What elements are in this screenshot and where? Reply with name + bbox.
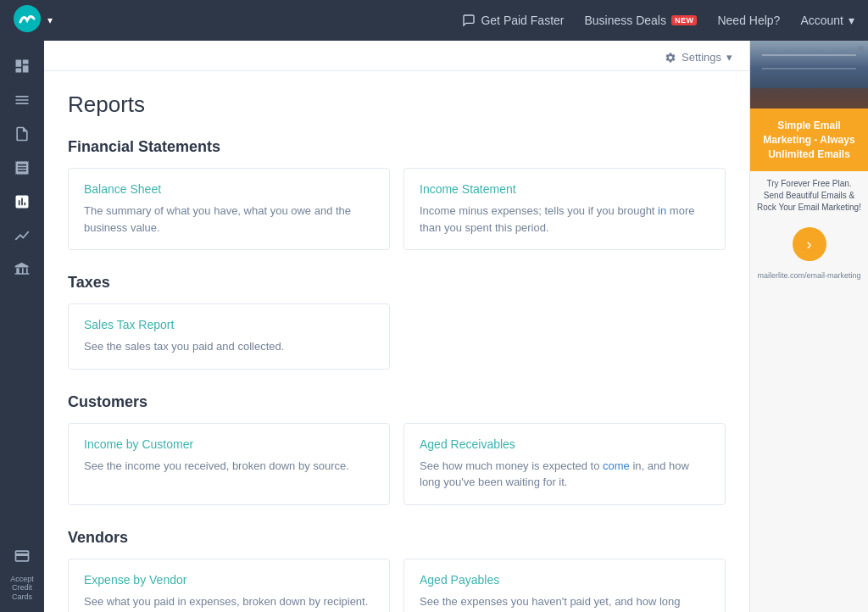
section-financial-statements: Financial Statements Balance Sheet The s…	[68, 138, 726, 250]
card-balance-sheet[interactable]: Balance Sheet The summary of what you ha…	[68, 168, 390, 250]
card-aged-payables[interactable]: Aged Payables See the expenses you haven…	[403, 559, 726, 613]
ad-image-inner	[750, 41, 868, 108]
sidebar-item-banking[interactable]	[5, 254, 39, 285]
ad-sidebar: ✕ Simple Email Marketing - Always Unlimi…	[749, 41, 868, 612]
sidebar: AcceptCreditCards	[0, 41, 44, 612]
top-nav-right: Get Paid Faster Business Deals NEW Need …	[462, 14, 854, 27]
expense-by-vendor-desc: See what you paid in expenses, broken do…	[84, 593, 374, 610]
section-taxes: Taxes Sales Tax Report See the sales tax…	[68, 274, 726, 370]
sidebar-item-invoices[interactable]	[5, 119, 39, 149]
new-badge: NEW	[671, 15, 698, 25]
card-income-by-customer[interactable]: Income by Customer See the income you re…	[68, 423, 390, 505]
sales-tax-report-desc: See the sales tax you paid and collected…	[84, 338, 374, 355]
ad-cta: ›	[757, 227, 861, 261]
expense-by-vendor-title[interactable]: Expense by Vendor	[84, 573, 374, 587]
balance-sheet-desc: The summary of what you have, what you o…	[84, 203, 374, 236]
card-expense-by-vendor[interactable]: Expense by Vendor See what you paid in e…	[68, 559, 390, 613]
ad-body-text: Try Forever Free Plan. Send Beautiful Em…	[750, 171, 868, 220]
sales-tax-report-title[interactable]: Sales Tax Report	[84, 318, 374, 331]
card-income-statement[interactable]: Income Statement Income minus expenses; …	[403, 168, 726, 250]
top-navigation: ▾ Get Paid Faster Business Deals NEW Nee…	[0, 0, 868, 41]
ad-cta-button[interactable]: ›	[793, 227, 826, 261]
reports-content: Reports Financial Statements Balance She…	[44, 71, 749, 612]
income-by-customer-desc: See the income you received, broken down…	[84, 458, 374, 475]
credit-cards-label: AcceptCreditCards	[7, 575, 37, 602]
ad-body: Simple Email Marketing - Always Unlimite…	[750, 108, 868, 171]
section-title-financial: Financial Statements	[68, 138, 726, 156]
ad-close-button[interactable]: ✕	[857, 44, 865, 53]
logo[interactable]	[14, 5, 41, 36]
aged-receivables-title[interactable]: Aged Receivables	[420, 437, 709, 451]
customers-cards-grid: Income by Customer See the income you re…	[68, 423, 726, 505]
need-help-nav[interactable]: Need Help?	[717, 14, 780, 27]
sidebar-item-chart[interactable]	[5, 220, 39, 251]
aged-payables-title[interactable]: Aged Payables	[420, 573, 709, 587]
ad-title: Simple Email Marketing - Always Unlimite…	[757, 119, 861, 161]
taxes-cards-grid: Sales Tax Report See the sales tax you p…	[68, 303, 726, 370]
settings-button[interactable]: Settings ▾	[665, 51, 732, 64]
section-customers: Customers Income by Customer See the inc…	[68, 393, 726, 505]
section-title-taxes: Taxes	[68, 274, 726, 292]
sidebar-item-receipts[interactable]	[5, 153, 39, 183]
sidebar-item-list[interactable]	[5, 85, 39, 115]
aged-receivables-desc: See how much money is expected to come i…	[420, 458, 709, 491]
balance-sheet-title[interactable]: Balance Sheet	[84, 182, 374, 196]
content-wrapper: Settings ▾ Reports Financial Statements …	[44, 41, 868, 612]
financial-cards-grid: Balance Sheet The summary of what you ha…	[68, 168, 726, 250]
sidebar-item-reports[interactable]	[5, 186, 39, 217]
company-dropdown[interactable]: ▾	[47, 14, 53, 26]
sidebar-item-dashboard[interactable]	[5, 51, 39, 81]
card-sales-tax-report[interactable]: Sales Tax Report See the sales tax you p…	[68, 303, 390, 370]
sidebar-bottom: AcceptCreditCards	[5, 541, 39, 602]
ad-image	[750, 41, 868, 108]
section-title-customers: Customers	[68, 393, 726, 411]
section-vendors: Vendors Expense by Vendor See what you p…	[68, 529, 726, 613]
main-layout: AcceptCreditCards Settings ▾ Reports Fin…	[0, 41, 868, 612]
vendors-cards-grid: Expense by Vendor See what you paid in e…	[68, 559, 726, 613]
income-statement-desc: Income minus expenses; tells you if you …	[420, 203, 709, 236]
ad-url[interactable]: mailerlite.com/email-marketing	[750, 268, 868, 287]
get-paid-faster-nav[interactable]: Get Paid Faster	[462, 14, 564, 27]
income-by-customer-title[interactable]: Income by Customer	[84, 437, 374, 451]
settings-bar: Settings ▾	[44, 41, 749, 71]
main-content: Settings ▾ Reports Financial Statements …	[44, 41, 749, 612]
sidebar-item-credit-cards[interactable]	[5, 541, 39, 571]
section-title-vendors: Vendors	[68, 529, 726, 547]
business-deals-nav[interactable]: Business Deals NEW	[584, 14, 697, 27]
account-nav[interactable]: Account ▾	[800, 14, 854, 27]
card-aged-receivables[interactable]: Aged Receivables See how much money is e…	[403, 423, 726, 505]
income-statement-title[interactable]: Income Statement	[420, 182, 709, 196]
aged-payables-desc: See the expenses you haven't paid yet, a…	[420, 593, 709, 610]
page-title: Reports	[68, 92, 726, 118]
